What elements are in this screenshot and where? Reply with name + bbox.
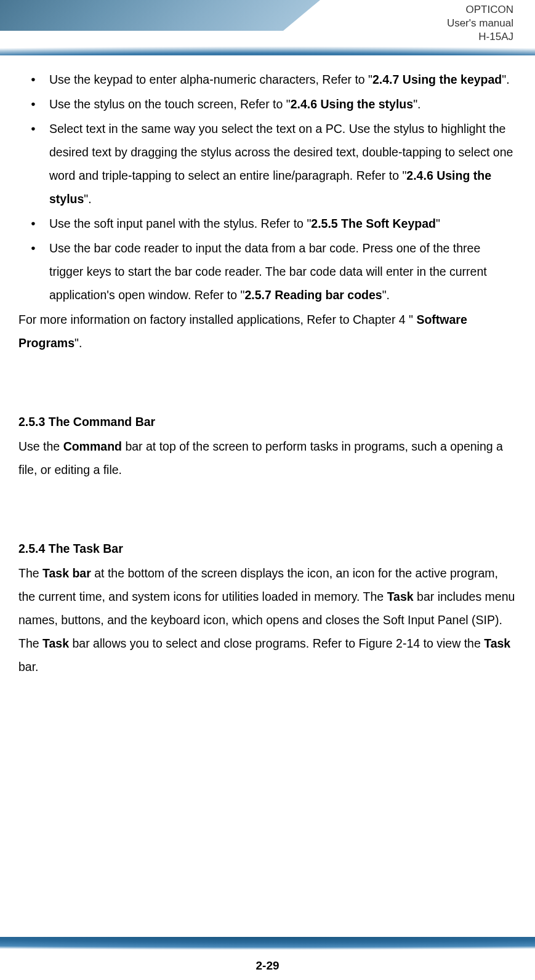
body-seg: The bbox=[18, 566, 42, 580]
cross-reference: 2.4.6 Using the stylus bbox=[291, 97, 413, 111]
page-number: 2-29 bbox=[0, 959, 535, 973]
bullet-list: Use the keypad to enter alpha-numeric ch… bbox=[18, 68, 517, 307]
list-item: Use the bar code reader to input the dat… bbox=[18, 236, 517, 307]
body-seg: Use the bbox=[18, 440, 63, 453]
list-item: Use the keypad to enter alpha-numeric ch… bbox=[18, 68, 517, 91]
section-heading-254: 2.5.4 The Task Bar bbox=[18, 537, 517, 560]
bullet-text-pre: Use the stylus on the touch screen, Refe… bbox=[49, 97, 291, 111]
brand-name: OPTICON bbox=[447, 3, 513, 17]
cross-reference: 2.5.5 The Soft Keypad bbox=[311, 217, 436, 230]
bold-term: Task bbox=[42, 637, 69, 650]
body-seg: bar allows you to select and close progr… bbox=[69, 637, 484, 650]
list-item: Use the stylus on the touch screen, Refe… bbox=[18, 92, 517, 116]
para-text-post: ". bbox=[74, 336, 82, 350]
page-content: Use the keypad to enter alpha-numeric ch… bbox=[0, 58, 535, 678]
bold-term: Task bbox=[387, 590, 414, 603]
bullet-text-pre: Use the soft input panel with the stylus… bbox=[49, 217, 311, 230]
section-heading-253: 2.5.3 The Command Bar bbox=[18, 410, 517, 433]
cross-reference: 2.4.7 Using the keypad bbox=[372, 73, 502, 86]
para-text-pre: For more information on factory installe… bbox=[18, 313, 416, 326]
bold-term: Task bbox=[484, 637, 510, 650]
bullet-text-post: ". bbox=[413, 97, 420, 111]
body-seg: bar. bbox=[18, 660, 39, 673]
cross-reference: 2.5.7 Reading bar codes bbox=[244, 288, 382, 302]
bold-term: Task bar bbox=[42, 566, 91, 580]
header-decoration: OPTICON User's manual H-15AJ bbox=[0, 0, 535, 58]
list-item: Use the soft input panel with the stylus… bbox=[18, 212, 517, 235]
section-body-254: The Task bar at the bottom of the screen… bbox=[18, 561, 517, 678]
bullet-text-post: " bbox=[436, 217, 440, 230]
header-text-block: OPTICON User's manual H-15AJ bbox=[447, 3, 513, 44]
bullet-text-post: ". bbox=[502, 73, 509, 86]
list-item: Select text in the same way you select t… bbox=[18, 117, 517, 211]
paragraph: For more information on factory installe… bbox=[18, 308, 517, 355]
model-number: H-15AJ bbox=[447, 30, 513, 44]
bold-term: Command bbox=[63, 440, 122, 453]
doc-type: User's manual bbox=[447, 17, 513, 30]
bullet-text-post: ". bbox=[382, 288, 390, 302]
footer-decoration bbox=[0, 937, 535, 952]
bullet-text-pre: Use the keypad to enter alpha-numeric ch… bbox=[49, 73, 372, 86]
bullet-text-post: ". bbox=[84, 192, 91, 206]
section-body-253: Use the Command bar at top of the screen… bbox=[18, 435, 517, 481]
